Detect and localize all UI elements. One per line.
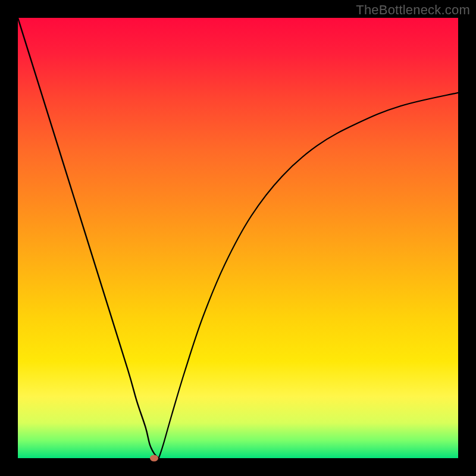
curve-left-branch — [18, 18, 159, 458]
minimum-marker — [150, 455, 158, 462]
curve-right-branch — [159, 93, 458, 458]
chart-plot-area — [18, 18, 458, 458]
watermark-text: TheBottleneck.com — [356, 2, 470, 18]
bottleneck-curve — [18, 18, 458, 458]
